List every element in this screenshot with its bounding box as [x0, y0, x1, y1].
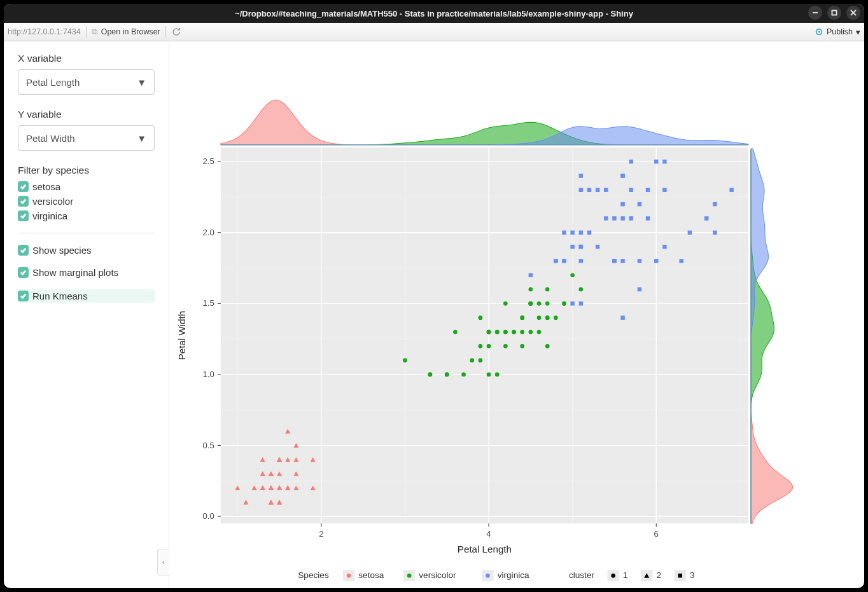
url-display: http://127.0.0.1:7434: [8, 27, 81, 36]
plot-area: 2460.00.51.01.52.02.5Petal LengthPetal W…: [169, 41, 864, 588]
svg-text:versicolor: versicolor: [419, 570, 456, 580]
svg-rect-3: [221, 148, 748, 523]
scatter-plot: 2460.00.51.01.52.02.5Petal LengthPetal W…: [169, 41, 864, 588]
svg-text:2: 2: [319, 529, 323, 539]
svg-text:1.0: 1.0: [203, 369, 214, 379]
svg-text:cluster: cluster: [569, 570, 595, 580]
checkbox-run-kmeans[interactable]: [18, 291, 29, 301]
svg-rect-106: [579, 174, 583, 177]
svg-point-51: [479, 315, 483, 320]
svg-point-150: [486, 574, 490, 578]
chevron-down-icon: ▼: [137, 77, 146, 88]
svg-text:virginica: virginica: [498, 570, 529, 580]
svg-rect-120: [620, 216, 624, 220]
svg-rect-105: [570, 231, 574, 235]
svg-rect-113: [562, 231, 566, 235]
yvar-label: Y variable: [18, 109, 155, 120]
sidebar: X variable Petal Length ▼ Y variable Pet…: [4, 41, 169, 588]
svg-rect-112: [629, 188, 633, 192]
svg-point-54: [487, 373, 491, 377]
svg-rect-94: [646, 216, 650, 220]
svg-rect-0: [832, 11, 837, 15]
svg-rect-127: [662, 188, 666, 192]
svg-point-50: [537, 330, 542, 334]
checkbox-setosa[interactable]: [18, 181, 29, 192]
svg-point-77: [528, 287, 533, 292]
svg-rect-134: [579, 245, 583, 249]
close-button[interactable]: [846, 6, 860, 20]
svg-rect-111: [570, 301, 574, 305]
svg-point-91: [495, 330, 500, 334]
svg-rect-131: [604, 216, 608, 220]
xvar-label: X variable: [18, 53, 155, 64]
reload-icon[interactable]: [171, 27, 181, 37]
browser-toolbar: http://127.0.0.1:7434 ⧉ Open in Browser …: [4, 23, 864, 41]
chevron-down-icon: ▾: [856, 27, 860, 37]
species-label: setosa: [32, 181, 60, 192]
svg-point-64: [562, 301, 566, 306]
svg-rect-132: [620, 174, 624, 177]
checkbox-show-species[interactable]: [18, 245, 29, 256]
svg-rect-122: [662, 245, 666, 249]
xvar-select[interactable]: Petal Length ▼: [18, 69, 155, 95]
svg-point-144: [347, 574, 351, 578]
minimize-button[interactable]: [808, 6, 822, 20]
species-label: virginica: [32, 210, 67, 221]
checkbox-virginica[interactable]: [18, 210, 29, 221]
svg-rect-137: [587, 188, 591, 192]
svg-point-75: [578, 287, 583, 292]
svg-rect-99: [679, 259, 683, 263]
svg-point-82: [520, 344, 524, 348]
maximize-button[interactable]: [827, 6, 841, 20]
svg-rect-114: [713, 231, 717, 235]
svg-rect-138: [570, 245, 574, 249]
svg-rect-116: [629, 216, 633, 220]
svg-text:3: 3: [690, 570, 695, 580]
svg-point-71: [445, 373, 449, 377]
svg-point-76: [528, 301, 533, 306]
svg-rect-140: [604, 188, 608, 192]
svg-rect-100: [638, 259, 641, 263]
svg-text:1.5: 1.5: [203, 298, 214, 308]
svg-point-59: [495, 373, 500, 377]
svg-point-55: [545, 315, 550, 320]
svg-rect-133: [579, 188, 583, 192]
checkbox-versicolor[interactable]: [18, 196, 29, 207]
svg-rect-92: [654, 160, 658, 163]
species-label: versicolor: [32, 196, 73, 207]
svg-rect-124: [620, 202, 624, 206]
svg-point-84: [487, 344, 491, 348]
svg-rect-141: [579, 259, 583, 263]
svg-point-83: [537, 315, 542, 320]
svg-point-154: [611, 574, 615, 578]
svg-rect-119: [562, 259, 566, 263]
svg-point-2: [818, 31, 820, 33]
svg-point-67: [520, 315, 524, 320]
divider: [18, 233, 155, 233]
svg-text:Petal Width: Petal Width: [176, 311, 187, 361]
filter-label: Filter by species: [18, 165, 155, 176]
svg-rect-96: [638, 202, 641, 206]
svg-rect-125: [579, 301, 583, 305]
publish-icon: [815, 27, 823, 36]
svg-text:1: 1: [623, 570, 628, 580]
sidebar-collapse-button[interactable]: ‹: [157, 549, 169, 575]
yvar-select[interactable]: Petal Width ▼: [18, 125, 155, 151]
open-in-browser-button[interactable]: Open in Browser: [101, 27, 160, 36]
popout-icon[interactable]: ⧉: [92, 27, 97, 37]
checkbox-show-marginal[interactable]: [18, 267, 29, 278]
svg-point-61: [479, 358, 483, 362]
svg-point-72: [470, 358, 474, 362]
svg-point-87: [503, 344, 508, 348]
svg-point-88: [503, 330, 508, 334]
svg-rect-101: [662, 160, 666, 163]
svg-point-46: [537, 301, 542, 306]
svg-text:2: 2: [656, 570, 661, 580]
svg-rect-139: [587, 231, 591, 235]
svg-rect-159: [678, 574, 682, 577]
show-marginal-label: Show marginal plots: [32, 267, 118, 278]
svg-point-74: [479, 344, 483, 348]
publish-button[interactable]: Publish ▾: [815, 27, 860, 37]
svg-point-47: [528, 330, 533, 334]
svg-rect-110: [729, 188, 733, 192]
